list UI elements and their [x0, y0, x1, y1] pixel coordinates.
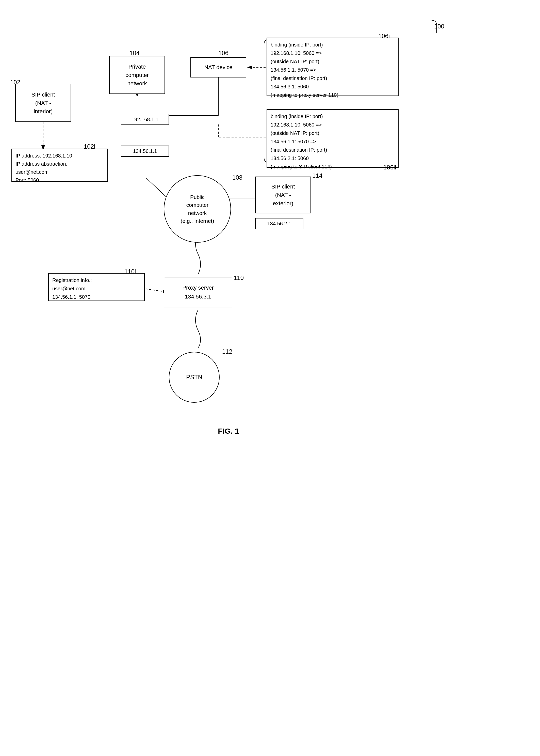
sip-client-ext-box: SIP client(NAT -exterior) — [255, 177, 311, 213]
nat-binding2-box: binding (inside IP: port) 192.168.1.10: … — [267, 109, 399, 168]
ip-134-ext-label: 134.56.2.1 — [267, 220, 292, 227]
diagram-container: 100 SIP client(NAT -interior) 102 Privat… — [0, 0, 540, 756]
ref-106i: 106i — [378, 33, 390, 40]
sip-client-info-box: IP address: 192.168.1.10 IP address abst… — [11, 149, 108, 182]
public-network-circle: Publiccomputernetwork(e.g., Internet) — [164, 175, 231, 243]
ref-108: 108 — [232, 174, 242, 181]
sip-client-box: SIP client(NAT -interior) — [15, 84, 71, 122]
ref-112: 112 — [222, 348, 232, 355]
sip-client-label: SIP client(NAT -interior) — [32, 91, 55, 115]
sip-client-ext-label: SIP client(NAT -exterior) — [271, 182, 295, 208]
nat-device-label: NAT device — [204, 64, 232, 72]
sip-client-info-label: IP address: 192.168.1.10 IP address abst… — [16, 153, 72, 183]
nat-binding2-label: binding (inside IP: port) 192.168.1.10: … — [271, 113, 332, 169]
ref-104: 104 — [129, 50, 140, 57]
proxy-server-label: Proxy server134.56.3.1 — [182, 283, 213, 301]
ref-110i: 110i — [124, 268, 136, 275]
ref-106ii: 106ii — [383, 164, 396, 171]
nat-binding1-label: binding (inside IP: port) 192.168.1.10: … — [271, 42, 338, 98]
public-network-label: Publiccomputernetwork(e.g., Internet) — [181, 193, 214, 225]
nat-binding1-box: binding (inside IP: port) 192.168.1.10: … — [267, 38, 399, 96]
proxy-server-box: Proxy server134.56.3.1 — [164, 277, 232, 307]
ip-134-label: 134.56.1.1 — [133, 148, 157, 155]
ref-114: 114 — [312, 172, 323, 179]
ref-102i: 102i — [84, 143, 95, 150]
ref-100: 100 — [434, 23, 444, 30]
ip-192-box: 192.168.1.1 — [121, 114, 169, 125]
nat-device-box: NAT device — [191, 57, 246, 78]
ip-134-ext-box: 134.56.2.1 — [255, 218, 303, 229]
ref-102: 102 — [10, 79, 20, 86]
private-network-label: Privatecomputernetwork — [125, 63, 149, 88]
ref-106: 106 — [218, 50, 228, 57]
pstn-circle: PSTN — [169, 352, 219, 403]
registration-info-box: Registration info.: user@net.com 134.56.… — [48, 273, 145, 301]
svg-line-10 — [146, 178, 168, 198]
ip-192-label: 192.168.1.1 — [132, 116, 158, 123]
pstn-label: PSTN — [186, 373, 202, 381]
private-network-box: Privatecomputernetwork — [109, 56, 165, 94]
ref-110: 110 — [233, 275, 244, 282]
ip-134-box: 134.56.1.1 — [121, 145, 169, 157]
figure-label: FIG. 1 — [191, 427, 267, 436]
registration-info-label: Registration info.: user@net.com 134.56.… — [52, 278, 92, 300]
